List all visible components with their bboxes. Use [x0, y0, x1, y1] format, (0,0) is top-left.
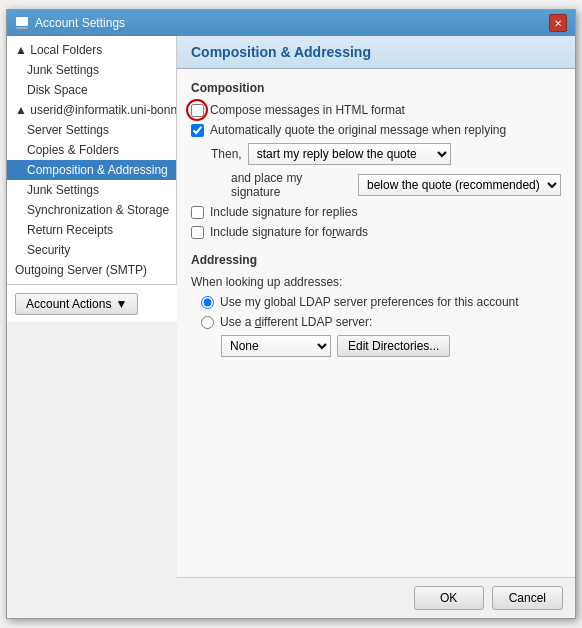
junk-settings-2-label: Junk Settings [27, 183, 99, 197]
composition-section-label: Composition [191, 81, 561, 95]
account-actions-arrow-icon: ▼ [115, 297, 127, 311]
sig-forwards-row: Include signature for forwards [191, 225, 561, 239]
when-looking-label: When looking up addresses: [191, 275, 561, 289]
sig-place-label: and place my signature [231, 171, 352, 199]
ldap-server-select[interactable]: None [221, 335, 331, 357]
different-ldap-row: Use a different LDAP server: [191, 315, 561, 329]
sidebar-item-account[interactable]: ▲ userid@informatik.uni-bonn... [7, 100, 176, 120]
bottom-bar: OK Cancel [177, 577, 575, 618]
auto-quote-checkbox[interactable] [191, 124, 204, 137]
sidebar-panel: ▲ Local Folders Junk Settings Disk Space… [7, 36, 177, 618]
account-label: ▲ userid@informatik.uni-bonn... [15, 103, 177, 117]
cancel-button[interactable]: Cancel [492, 586, 563, 610]
title-bar-left: Account Settings [15, 16, 125, 30]
sidebar-item-sync-storage[interactable]: Synchronization & Storage [7, 200, 176, 220]
global-ldap-label: Use my global LDAP server preferences fo… [220, 295, 519, 309]
sidebar-item-server-settings[interactable]: Server Settings [7, 120, 176, 140]
outgoing-smtp-label: Outgoing Server (SMTP) [15, 263, 147, 277]
close-button[interactable]: ✕ [549, 14, 567, 32]
panel-title: Composition & Addressing [191, 44, 561, 60]
ok-button[interactable]: OK [414, 586, 484, 610]
global-ldap-radio[interactable] [201, 296, 214, 309]
reply-position-select[interactable]: start my reply below the quote start my … [248, 143, 451, 165]
server-settings-label: Server Settings [27, 123, 109, 137]
auto-quote-row: Automatically quote the original message… [191, 123, 561, 137]
html-format-checkbox[interactable] [191, 104, 204, 117]
sig-placement-select[interactable]: below the quote (recommended) above the … [358, 174, 561, 196]
sidebar-item-security[interactable]: Security [7, 240, 176, 260]
return-receipts-label: Return Receipts [27, 223, 113, 237]
html-format-checkbox-wrapper [191, 104, 204, 117]
sig-forwards-checkbox[interactable] [191, 226, 204, 239]
content-area: ▲ Local Folders Junk Settings Disk Space… [7, 36, 575, 618]
main-panel: Composition & Addressing Composition Com… [177, 36, 575, 618]
then-label: Then, [211, 147, 242, 161]
different-ldap-label: Use a different LDAP server: [220, 315, 372, 329]
account-actions-button[interactable]: Account Actions ▼ [15, 293, 138, 315]
global-ldap-row: Use my global LDAP server preferences fo… [191, 295, 561, 309]
svg-rect-1 [16, 27, 28, 29]
sidebar-item-composition-addressing[interactable]: Composition & Addressing [7, 160, 176, 180]
edit-directories-button[interactable]: Edit Directories... [337, 335, 450, 357]
disk-space-label: Disk Space [27, 83, 88, 97]
sidebar-item-outgoing-smtp[interactable]: Outgoing Server (SMTP) [7, 260, 176, 280]
sig-replies-label: Include signature for replies [210, 205, 357, 219]
sidebar-item-local-folders[interactable]: ▲ Local Folders [7, 40, 176, 60]
then-row: Then, start my reply below the quote sta… [211, 143, 561, 165]
sidebar-tree: ▲ Local Folders Junk Settings Disk Space… [7, 36, 177, 284]
copies-folders-label: Copies & Folders [27, 143, 119, 157]
addressing-section: Addressing When looking up addresses: Us… [191, 253, 561, 357]
sidebar-item-disk-space[interactable]: Disk Space [7, 80, 176, 100]
html-format-row: Compose messages in HTML format [191, 103, 561, 117]
local-folders-label: ▲ Local Folders [15, 43, 102, 57]
svg-rect-0 [16, 17, 28, 26]
sidebar-item-return-receipts[interactable]: Return Receipts [7, 220, 176, 240]
auto-quote-label: Automatically quote the original message… [210, 123, 506, 137]
sidebar-item-junk-settings-2[interactable]: Junk Settings [7, 180, 176, 200]
panel-content: Composition Compose messages in HTML for… [177, 69, 575, 577]
different-ldap-radio[interactable] [201, 316, 214, 329]
ldap-select-row: None Edit Directories... [221, 335, 561, 357]
security-label: Security [27, 243, 70, 257]
different-underline-d: d [255, 315, 262, 329]
title-bar: Account Settings ✕ [7, 10, 575, 36]
composition-addressing-label: Composition & Addressing [27, 163, 168, 177]
account-settings-window: Account Settings ✕ ▲ Local Folders Junk … [6, 9, 576, 619]
html-format-label: Compose messages in HTML format [210, 103, 405, 117]
sig-forwards-label: Include signature for forwards [210, 225, 368, 239]
addressing-section-label: Addressing [191, 253, 561, 267]
forwards-underline-r: r [332, 225, 336, 239]
window-title: Account Settings [35, 16, 125, 30]
panel-header: Composition & Addressing [177, 36, 575, 69]
junk-settings-1-label: Junk Settings [27, 63, 99, 77]
window-icon [15, 16, 29, 30]
sync-storage-label: Synchronization & Storage [27, 203, 169, 217]
sig-replies-row: Include signature for replies [191, 205, 561, 219]
account-actions-label: Account Actions [26, 297, 111, 311]
sidebar-footer: Account Actions ▼ [7, 284, 177, 322]
sig-replies-checkbox[interactable] [191, 206, 204, 219]
sidebar-item-copies-folders[interactable]: Copies & Folders [7, 140, 176, 160]
sidebar-item-junk-settings-1[interactable]: Junk Settings [7, 60, 176, 80]
sig-placement-row: and place my signature below the quote (… [211, 171, 561, 199]
